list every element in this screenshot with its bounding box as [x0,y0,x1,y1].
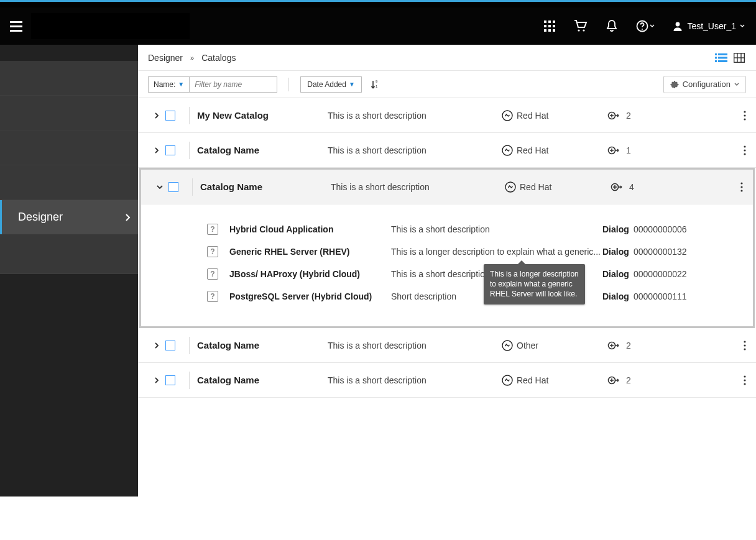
svg-point-35 [744,153,745,155]
catalog-description: This is a short description [328,375,502,385]
row-checkbox[interactable] [165,341,175,350]
catalog-row[interactable]: Catalog Name This is a short description… [138,328,756,363]
configuration-button[interactable]: Configuration [663,76,746,93]
hamburger-icon[interactable] [7,19,25,34]
caret-down-icon: ▼ [349,81,355,88]
sub-item-dialog-value: 00000000132 [634,247,687,257]
vendor-icon [502,110,513,121]
catalog-count: 2 [607,111,657,121]
sidebar-item[interactable] [0,96,138,130]
filter-type-dropdown[interactable]: Name: ▼ [149,77,190,92]
svg-point-33 [744,145,745,147]
list-view-icon[interactable] [715,53,727,63]
catalog-sub-item[interactable]: ? Generic RHEL Server (RHEV) This is a l… [141,240,747,263]
kebab-icon[interactable] [737,182,747,192]
kebab-icon[interactable] [740,111,750,121]
row-checkbox[interactable] [165,111,175,121]
sub-item-name: JBoss/ HAProxy (Hybrid Cloud) [229,269,391,279]
catalog-description: This is a short description [328,145,502,155]
collapse-toggle-icon[interactable] [154,184,166,190]
catalog-count: 2 [607,341,657,350]
sort-direction-icon[interactable]: 91 [368,79,383,90]
svg-rect-0 [544,21,546,23]
kebab-icon[interactable] [740,145,750,155]
sidebar-item[interactable] [0,165,138,200]
divider [192,178,193,196]
expand-toggle-icon[interactable] [150,377,163,384]
svg-rect-4 [548,25,551,27]
vendor-icon [502,375,513,386]
catalog-vendor: Red Hat [505,181,611,193]
filter-input[interactable] [190,77,277,92]
sub-item-dialog-value: 00000000006 [634,224,687,234]
svg-point-9 [578,29,580,31]
description-tooltip: This is a longer description to explain … [484,264,585,304]
catalog-sub-item[interactable]: ? PostgreSQL Server (Hybrid Cloud) Short… [141,285,747,308]
kebab-icon[interactable] [740,375,750,385]
row-checkbox[interactable] [165,375,175,385]
unknown-type-icon: ? [207,246,218,257]
svg-point-34 [744,149,745,151]
catalog-name: Catalog Name [197,145,328,155]
catalog-name: Catalog Name [197,375,328,385]
catalog-count: 4 [611,182,660,192]
breadcrumb-separator: » [190,54,194,62]
breadcrumb-root[interactable]: Designer [148,53,183,63]
divider [189,142,190,159]
catalog-sub-item[interactable]: ? Hybrid Cloud Application This is a sho… [141,218,747,240]
sidebar-item-designer[interactable]: Designer [0,200,138,234]
help-icon[interactable] [636,19,655,33]
sort-dropdown[interactable]: Date Added ▼ [300,76,362,93]
user-menu[interactable]: Test_User_1 [672,21,745,32]
row-checkbox[interactable] [165,145,175,155]
svg-rect-7 [548,29,551,32]
sidebar-item[interactable] [0,234,138,274]
catalog-row[interactable]: Catalog Name This is a short description… [138,363,756,398]
sub-item-name: PostgreSQL Server (Hybrid Cloud) [229,291,391,301]
svg-rect-16 [715,57,717,58]
catalog-description: This is a short description [328,111,502,121]
apps-icon[interactable] [543,19,556,33]
sub-item-dialog-label: Dialog [602,291,634,301]
catalog-name: Catalog Name [197,340,328,350]
sub-item-dialog-value: 00000000111 [634,291,687,301]
gear-icon [670,80,679,89]
unknown-type-icon: ? [207,291,218,302]
breadcrumb: Designer » Catalogs [138,45,756,71]
catalog-row[interactable]: My New Catalog This is a short descripti… [138,98,756,133]
expanded-catalog-container: Catalog Name This is a short description… [139,168,755,328]
catalog-count-icon [607,145,620,155]
expand-toggle-icon[interactable] [150,112,163,119]
svg-rect-18 [715,60,717,62]
svg-rect-2 [553,21,555,23]
header-icons: Test_User_1 [543,19,745,33]
cart-icon[interactable] [574,19,588,33]
catalog-count: 1 [607,145,657,155]
app-header: Test_User_1 [0,7,756,45]
sub-item-dialog-label: Dialog [602,247,634,257]
unknown-type-icon: ? [207,268,218,280]
svg-point-49 [744,379,745,381]
catalog-count-icon [607,341,620,350]
caret-down-icon: ▼ [178,81,184,88]
catalog-name: My New Catalog [197,110,328,121]
expand-toggle-icon[interactable] [150,342,163,349]
kebab-icon[interactable] [740,341,750,350]
bell-icon[interactable] [605,19,619,33]
catalog-description: This is a short description [328,341,502,350]
svg-rect-17 [718,57,727,58]
grid-view-icon[interactable] [734,53,746,63]
sidebar-item[interactable] [0,130,138,165]
catalog-row[interactable]: Catalog Name This is a short description… [141,170,753,204]
catalog-row[interactable]: Catalog Name This is a short description… [138,133,756,168]
sidebar-item-label: Designer [18,211,63,224]
expand-toggle-icon[interactable] [150,147,163,154]
catalog-count-icon [611,182,623,192]
svg-rect-14 [715,53,717,55]
catalog-sub-item[interactable]: ? JBoss/ HAProxy (Hybrid Cloud) This is … [141,263,747,285]
catalog-description: This is a short description [331,182,505,192]
svg-point-44 [744,344,745,346]
sidebar-item[interactable] [0,61,138,96]
user-label: Test_User_1 [687,21,736,31]
row-checkbox[interactable] [168,182,178,192]
